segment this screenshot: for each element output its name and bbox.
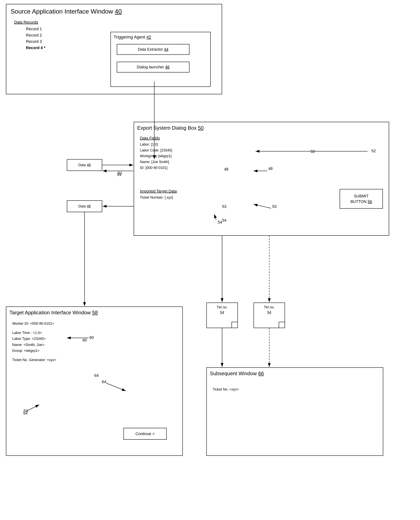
record-3: Record 3 (26, 38, 45, 45)
triggering-agent-box: Triggering Agent 42 Data Extractor 44 Di… (111, 32, 211, 87)
data-field-workgroup: Workgroup [wkgrp1] (140, 153, 250, 159)
triggering-agent-title: Triggering Agent 42 (114, 35, 151, 40)
data-extractor-label: Data Extractor 44 (138, 47, 168, 52)
data-field-name: Name: [Joe Smith] (140, 159, 250, 165)
tkt-doc-fold-left (232, 322, 237, 328)
data48-bottom-label: Data 48 (78, 204, 90, 208)
data48-bottom-box: Data 48 (67, 200, 102, 212)
annot-54-target: 54 (23, 409, 28, 413)
source-window-title: Source Application Interface Window 40 (11, 8, 122, 15)
record-4: Record 4 * (26, 45, 45, 51)
target-window-content: Worker ID: <000-90-0101> Labor Time : <1… (12, 321, 56, 363)
imported-ticket-number: Ticket Number: [.xyz] (140, 195, 250, 201)
target-window-title: Target Application Interface Window 58 (9, 310, 98, 316)
annot-52: 52 (311, 149, 315, 154)
export-dialog-title: Export System Dialog Box 50 (137, 125, 204, 131)
continue-button[interactable]: Continue > (123, 428, 167, 440)
annot-48: 48 (224, 167, 228, 171)
tkt-top-left-label: Tkt no. (206, 305, 238, 309)
record-2: Record 2 (26, 32, 45, 38)
record-1: Record 1 (26, 26, 45, 32)
target-name: Name: <Smith, Joe> (12, 342, 56, 348)
data-extractor-box: Data Extractor 44 (117, 44, 189, 55)
dialog-launcher-box: Dialog launcher 46 (117, 62, 189, 73)
data-field-labor: Labor: [1.0] (140, 142, 250, 148)
data-fields-title: Data Fields (140, 136, 250, 141)
annot-60: 60 (82, 338, 87, 342)
data-field-labor-code: Labor Code: [23345] (140, 148, 250, 153)
submit-button[interactable]: SUBMITBUTTON 56 (340, 189, 383, 209)
target-ticket-gen: Ticket No. Generator: <xyz> (12, 357, 56, 363)
data48-top-label: Data 48 (78, 163, 90, 167)
tkt-top-left-num: 54 (206, 310, 238, 314)
subsequent-window-title: Subsequent Window 66 (210, 371, 264, 377)
annot-64: 64 (94, 373, 99, 378)
annot-53: 53 (222, 204, 226, 209)
annot-51: 51 (118, 171, 122, 175)
data48-top-box: Data 48 (67, 159, 102, 171)
subsequent-window: Subsequent Window 66 Ticket No. <xyz> (206, 367, 383, 456)
tkt-doc-fold-right (279, 322, 285, 328)
submit-button-label: SUBMITBUTTON 56 (350, 193, 372, 204)
dialog-launcher-label: Dialog launcher 46 (137, 65, 170, 69)
tkt-box-top-right: Tkt no. 54 (254, 303, 285, 328)
annot-54-bottom: 54 (222, 218, 226, 223)
target-labor-time: Labor Time : <1.0> (12, 330, 56, 336)
target-group: Group: <wkgrp1> (12, 348, 56, 354)
subsequent-window-content: Ticket No. <xyz> (213, 387, 239, 392)
tkt-top-right-num: 54 (254, 310, 285, 314)
tkt-box-top-left: Tkt no. 54 (206, 303, 238, 328)
target-worker-id: Worker ID: <000-90-0101> (12, 321, 56, 327)
tkt-top-right-label: Tkt no. (254, 305, 285, 309)
data-records-section: Data Records Record 1 Record 2 Record 3 … (14, 20, 45, 51)
export-dialog-box: Export System Dialog Box 50 Data Fields … (134, 122, 389, 236)
source-window: Source Application Interface Window 40 D… (6, 4, 222, 94)
data-fields-section: Data Fields Labor: [1.0] Labor Code: [23… (140, 136, 250, 171)
continue-button-label: Continue > (135, 431, 155, 436)
imported-target-data-section: Imported Target Data Ticket Number: [.xy… (140, 189, 250, 201)
target-window: Target Application Interface Window 58 W… (6, 306, 183, 456)
data-field-id: ID: [000-90-0101] (140, 165, 250, 171)
data-records-label: Data Records (14, 20, 45, 25)
target-labor-type: Labor Type: <23345> (12, 336, 56, 342)
imported-target-data-title: Imported Target Data (140, 189, 250, 193)
